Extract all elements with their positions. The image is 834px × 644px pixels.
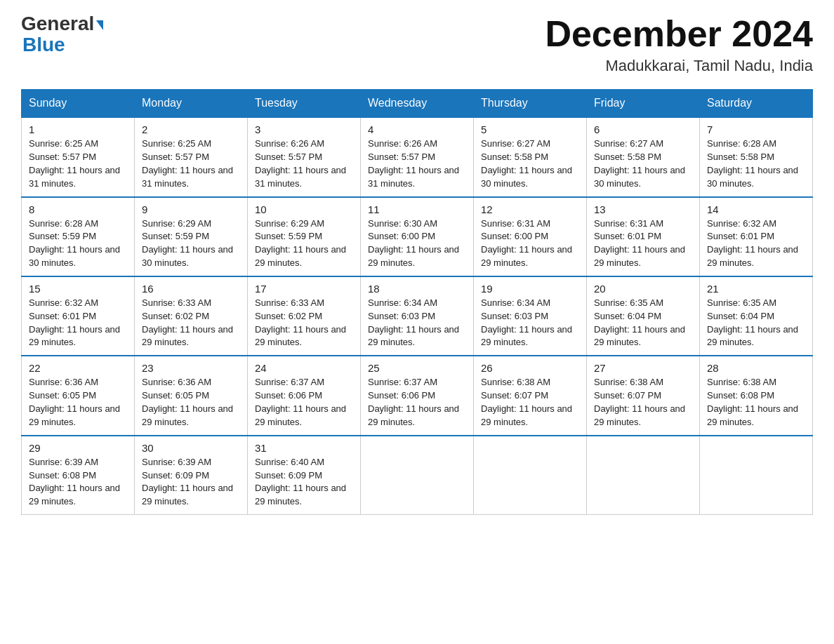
day-number: 2	[142, 123, 240, 135]
day-info: Sunrise: 6:28 AM Sunset: 5:59 PM Dayligh…	[29, 217, 127, 270]
day-info: Sunrise: 6:29 AM Sunset: 5:59 PM Dayligh…	[142, 217, 240, 270]
calendar-week-row: 29Sunrise: 6:39 AM Sunset: 6:08 PM Dayli…	[22, 436, 813, 515]
logo-general: General	[21, 13, 94, 34]
calendar-cell: 11Sunrise: 6:30 AM Sunset: 6:00 PM Dayli…	[361, 197, 474, 276]
day-number: 6	[594, 123, 692, 135]
day-info: Sunrise: 6:26 AM Sunset: 5:57 PM Dayligh…	[368, 137, 466, 190]
day-info: Sunrise: 6:36 AM Sunset: 6:05 PM Dayligh…	[29, 376, 127, 429]
calendar-cell: 19Sunrise: 6:34 AM Sunset: 6:03 PM Dayli…	[474, 276, 587, 356]
header-sunday: Sunday	[22, 90, 135, 118]
calendar-cell: 24Sunrise: 6:37 AM Sunset: 6:06 PM Dayli…	[248, 356, 361, 435]
day-info: Sunrise: 6:33 AM Sunset: 6:02 PM Dayligh…	[255, 297, 353, 349]
day-info: Sunrise: 6:39 AM Sunset: 6:09 PM Dayligh…	[142, 456, 240, 509]
day-info: Sunrise: 6:39 AM Sunset: 6:08 PM Dayligh…	[29, 456, 127, 509]
day-number: 13	[594, 203, 692, 215]
day-info: Sunrise: 6:31 AM Sunset: 6:00 PM Dayligh…	[481, 217, 579, 270]
calendar-cell: 17Sunrise: 6:33 AM Sunset: 6:02 PM Dayli…	[248, 276, 361, 356]
day-info: Sunrise: 6:37 AM Sunset: 6:06 PM Dayligh…	[368, 376, 466, 429]
day-number: 31	[255, 442, 353, 454]
day-info: Sunrise: 6:25 AM Sunset: 5:57 PM Dayligh…	[29, 137, 127, 190]
calendar-cell: 4Sunrise: 6:26 AM Sunset: 5:57 PM Daylig…	[361, 117, 474, 196]
calendar-cell: 12Sunrise: 6:31 AM Sunset: 6:00 PM Dayli…	[474, 197, 587, 276]
header-friday: Friday	[587, 90, 700, 118]
day-number: 1	[29, 123, 127, 135]
day-number: 12	[481, 203, 579, 215]
calendar-cell	[474, 436, 587, 515]
month-title: December 2024	[545, 14, 813, 54]
calendar-week-row: 15Sunrise: 6:32 AM Sunset: 6:01 PM Dayli…	[22, 276, 813, 356]
calendar-cell: 2Sunrise: 6:25 AM Sunset: 5:57 PM Daylig…	[135, 117, 248, 196]
day-number: 19	[481, 283, 579, 295]
logo-arrow-icon	[96, 20, 103, 30]
header-monday: Monday	[135, 90, 248, 118]
day-number: 21	[707, 283, 805, 295]
calendar-cell: 10Sunrise: 6:29 AM Sunset: 5:59 PM Dayli…	[248, 197, 361, 276]
calendar-cell: 20Sunrise: 6:35 AM Sunset: 6:04 PM Dayli…	[587, 276, 700, 356]
day-number: 20	[594, 283, 692, 295]
calendar-cell	[361, 436, 474, 515]
calendar-week-row: 1Sunrise: 6:25 AM Sunset: 5:57 PM Daylig…	[22, 117, 813, 196]
calendar-cell: 8Sunrise: 6:28 AM Sunset: 5:59 PM Daylig…	[22, 197, 135, 276]
day-number: 16	[142, 283, 240, 295]
day-info: Sunrise: 6:37 AM Sunset: 6:06 PM Dayligh…	[255, 376, 353, 429]
day-info: Sunrise: 6:34 AM Sunset: 6:03 PM Dayligh…	[368, 297, 466, 349]
calendar-cell: 5Sunrise: 6:27 AM Sunset: 5:58 PM Daylig…	[474, 117, 587, 196]
day-number: 26	[481, 362, 579, 374]
day-number: 17	[255, 283, 353, 295]
calendar-cell: 25Sunrise: 6:37 AM Sunset: 6:06 PM Dayli…	[361, 356, 474, 435]
calendar-cell: 6Sunrise: 6:27 AM Sunset: 5:58 PM Daylig…	[587, 117, 700, 196]
day-info: Sunrise: 6:36 AM Sunset: 6:05 PM Dayligh…	[142, 376, 240, 429]
calendar-cell: 27Sunrise: 6:38 AM Sunset: 6:07 PM Dayli…	[587, 356, 700, 435]
calendar-cell: 28Sunrise: 6:38 AM Sunset: 6:08 PM Dayli…	[700, 356, 813, 435]
day-info: Sunrise: 6:26 AM Sunset: 5:57 PM Dayligh…	[255, 137, 353, 190]
calendar-cell: 16Sunrise: 6:33 AM Sunset: 6:02 PM Dayli…	[135, 276, 248, 356]
day-number: 9	[142, 203, 240, 215]
day-info: Sunrise: 6:40 AM Sunset: 6:09 PM Dayligh…	[255, 456, 353, 509]
calendar-cell: 9Sunrise: 6:29 AM Sunset: 5:59 PM Daylig…	[135, 197, 248, 276]
day-number: 15	[29, 283, 127, 295]
day-number: 14	[707, 203, 805, 215]
calendar-cell	[587, 436, 700, 515]
location: Madukkarai, Tamil Nadu, India	[545, 57, 813, 75]
day-info: Sunrise: 6:31 AM Sunset: 6:01 PM Dayligh…	[594, 217, 692, 270]
header-wednesday: Wednesday	[361, 90, 474, 118]
day-info: Sunrise: 6:38 AM Sunset: 6:07 PM Dayligh…	[594, 376, 692, 429]
day-number: 28	[707, 362, 805, 374]
logo-top: General	[21, 14, 103, 34]
day-number: 27	[594, 362, 692, 374]
logo: General Blue	[21, 14, 103, 55]
day-number: 30	[142, 442, 240, 454]
calendar-cell: 26Sunrise: 6:38 AM Sunset: 6:07 PM Dayli…	[474, 356, 587, 435]
calendar-cell: 23Sunrise: 6:36 AM Sunset: 6:05 PM Dayli…	[135, 356, 248, 435]
day-info: Sunrise: 6:30 AM Sunset: 6:00 PM Dayligh…	[368, 217, 466, 270]
day-number: 23	[142, 362, 240, 374]
calendar-cell: 18Sunrise: 6:34 AM Sunset: 6:03 PM Dayli…	[361, 276, 474, 356]
day-number: 11	[368, 203, 466, 215]
day-number: 24	[255, 362, 353, 374]
day-number: 3	[255, 123, 353, 135]
calendar-cell: 1Sunrise: 6:25 AM Sunset: 5:57 PM Daylig…	[22, 117, 135, 196]
day-info: Sunrise: 6:25 AM Sunset: 5:57 PM Dayligh…	[142, 137, 240, 190]
day-number: 25	[368, 362, 466, 374]
calendar-cell: 13Sunrise: 6:31 AM Sunset: 6:01 PM Dayli…	[587, 197, 700, 276]
day-info: Sunrise: 6:33 AM Sunset: 6:02 PM Dayligh…	[142, 297, 240, 349]
day-number: 4	[368, 123, 466, 135]
calendar-cell: 7Sunrise: 6:28 AM Sunset: 5:58 PM Daylig…	[700, 117, 813, 196]
day-info: Sunrise: 6:38 AM Sunset: 6:08 PM Dayligh…	[707, 376, 805, 429]
calendar-cell: 30Sunrise: 6:39 AM Sunset: 6:09 PM Dayli…	[135, 436, 248, 515]
day-info: Sunrise: 6:32 AM Sunset: 6:01 PM Dayligh…	[29, 297, 127, 349]
calendar-cell: 29Sunrise: 6:39 AM Sunset: 6:08 PM Dayli…	[22, 436, 135, 515]
day-info: Sunrise: 6:27 AM Sunset: 5:58 PM Dayligh…	[594, 137, 692, 190]
calendar-cell: 31Sunrise: 6:40 AM Sunset: 6:09 PM Dayli…	[248, 436, 361, 515]
day-info: Sunrise: 6:28 AM Sunset: 5:58 PM Dayligh…	[707, 137, 805, 190]
calendar-header-row: SundayMondayTuesdayWednesdayThursdayFrid…	[22, 90, 813, 118]
calendar-cell: 21Sunrise: 6:35 AM Sunset: 6:04 PM Dayli…	[700, 276, 813, 356]
header-thursday: Thursday	[474, 90, 587, 118]
day-info: Sunrise: 6:29 AM Sunset: 5:59 PM Dayligh…	[255, 217, 353, 270]
calendar-cell: 3Sunrise: 6:26 AM Sunset: 5:57 PM Daylig…	[248, 117, 361, 196]
day-number: 8	[29, 203, 127, 215]
calendar-cell	[700, 436, 813, 515]
day-info: Sunrise: 6:35 AM Sunset: 6:04 PM Dayligh…	[594, 297, 692, 349]
calendar-cell: 15Sunrise: 6:32 AM Sunset: 6:01 PM Dayli…	[22, 276, 135, 356]
title-block: December 2024 Madukkarai, Tamil Nadu, In…	[545, 14, 813, 75]
